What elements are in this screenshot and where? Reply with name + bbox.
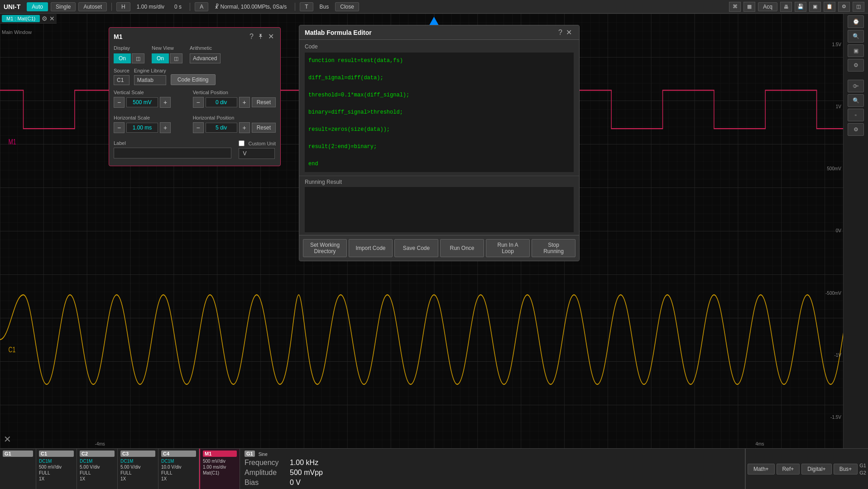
horizontal-position-col: Horizontal Position − 5 div + Reset <box>193 115 276 137</box>
tab-settings-icon[interactable]: ⚙ <box>42 15 48 22</box>
box-select-icon[interactable]: ▫ <box>848 109 864 121</box>
horizontal-pos-reset[interactable]: Reset <box>252 123 276 133</box>
m1-panel-title: M1 <box>114 33 248 40</box>
math-plus-button[interactable]: Math+ <box>748 464 775 475</box>
c1-label[interactable]: C1 <box>39 451 74 457</box>
horizontal-scale-col: Horizontal Scale − 1.00 ms + <box>114 115 186 137</box>
select-tool-icon[interactable]: ▣ <box>848 44 864 57</box>
cross-icon[interactable]: ✕ <box>4 434 11 445</box>
save-icon[interactable]: 💾 <box>795 2 806 12</box>
close-button[interactable]: Close <box>335 2 359 11</box>
engine-select[interactable]: Matlab <box>134 75 166 85</box>
g1-label[interactable]: G1 <box>3 451 33 457</box>
c4-val1: 10.0 V/div <box>161 465 196 470</box>
c2-label[interactable]: C2 <box>80 451 115 457</box>
import-code-button[interactable]: Import Code <box>349 239 393 257</box>
m1-ch-label[interactable]: M1 <box>203 451 237 457</box>
h-scale-pos-row: Horizontal Scale − 1.00 ms + Horizontal … <box>114 115 276 137</box>
ref-icon[interactable]: 📋 <box>824 2 835 12</box>
source-row: Source C1 Engine Library Matlab Code Edi… <box>114 68 276 85</box>
scope-right-toolbar: ⌚ 🔍 ▣ ⚙ ⌱ 🔍 ▫ ⚙ <box>843 14 868 448</box>
scope-settings-icon[interactable]: ⚙ <box>848 59 864 72</box>
set-working-dir-button[interactable]: Set Working Directory <box>303 239 347 257</box>
vertical-pos-plus[interactable]: + <box>239 97 250 108</box>
arithmetic-select[interactable]: Advanced <box>190 53 221 63</box>
zoom-tool-icon[interactable]: 🔍 <box>848 30 864 43</box>
c3-val3: 1X <box>120 476 155 481</box>
digital-plus-button[interactable]: Digital+ <box>801 464 831 475</box>
vertical-position-section: Vertical Position − 0 div + Reset <box>193 90 276 108</box>
new-view-on-button[interactable]: On <box>152 53 169 63</box>
display-on-button[interactable]: On <box>114 53 131 63</box>
horizontal-position-section: Horizontal Position − 5 div + Reset <box>193 115 276 133</box>
c3-label[interactable]: C3 <box>120 451 155 457</box>
m1-close-button[interactable]: ✕ <box>266 32 276 41</box>
acq-button[interactable]: Acq <box>758 2 777 11</box>
scale-position-row: Vertical Scale − 500 mV + Vertical Posit… <box>114 90 276 111</box>
trigger-info-display: ☧ Normal, 100.00MPts, 0Sa/s <box>211 4 290 10</box>
time-labels: -4ms 4ms <box>14 441 845 446</box>
c1-val3: 1X <box>39 476 74 481</box>
separator-1 <box>111 3 112 11</box>
bus-plus-button[interactable]: Bus+ <box>834 464 858 475</box>
g1-info-label[interactable]: G1 <box>245 451 255 457</box>
cursor-icon[interactable]: ⌘ <box>729 2 741 12</box>
zoom-in-icon[interactable]: 🔍 <box>848 94 864 107</box>
ref-plus-button[interactable]: Ref+ <box>777 464 800 475</box>
horizontal-pos-minus[interactable]: − <box>193 122 204 133</box>
channel-c1-cell: C1 DC1M 500 mV/div FULL 1X <box>36 449 77 489</box>
g1-info-header: G1 Sine <box>245 451 323 458</box>
horizontal-scale-plus[interactable]: + <box>160 122 171 133</box>
display-grid-button[interactable]: ◫ <box>132 53 144 63</box>
vertical-pos-minus[interactable]: − <box>193 97 204 108</box>
scope-config-icon[interactable]: ⚙ <box>848 123 864 136</box>
horizontal-pos-plus[interactable]: + <box>239 122 250 133</box>
save-code-button[interactable]: Save Code <box>394 239 438 257</box>
vertical-scale-section: Vertical Scale − 500 mV + <box>114 90 186 108</box>
display-icon[interactable]: ▣ <box>809 2 821 12</box>
m1-help-button[interactable]: ? <box>248 33 255 41</box>
amplitude-key: Amplitude <box>245 469 281 477</box>
g1-info-cell: G1 Sine Frequency 1.00 kHz Amplitude 500… <box>240 449 745 489</box>
c2-coupling: DC1M <box>80 459 115 464</box>
source-group: Source C1 <box>114 68 129 85</box>
matlab-close-button[interactable]: ✕ <box>564 28 574 37</box>
vertical-scale-plus[interactable]: + <box>160 97 171 108</box>
source-select[interactable]: C1 <box>114 75 129 85</box>
new-view-grid-button[interactable]: ◫ <box>170 53 182 63</box>
code-editing-button[interactable]: Code Editing <box>171 74 216 85</box>
bottom-channel-strip: G1 C1 DC1M 500 mV/div FULL 1X C2 DC1M 5.… <box>0 448 868 489</box>
m1-mat-tab[interactable]: M1 : Mat(C1) <box>2 15 40 22</box>
autoset-button[interactable]: Autoset <box>78 2 107 11</box>
m1-panel: M1 ? 🖈 ✕ Display On ◫ New View On ◫ Arit… <box>109 27 281 166</box>
run-once-button[interactable]: Run Once <box>440 239 484 257</box>
custom-unit-checkbox[interactable] <box>239 140 245 146</box>
tab-close-icon[interactable]: ✕ <box>49 15 55 22</box>
g2-side-label: G2 <box>859 470 866 475</box>
c2-val3: 1X <box>80 476 115 481</box>
horizontal-scale-minus[interactable]: − <box>114 122 125 133</box>
code-line-3: diff_signal=diff(data); <box>308 74 570 82</box>
print-icon[interactable]: 🖶 <box>780 2 792 12</box>
settings-icon[interactable]: ⚙ <box>838 2 850 12</box>
m1-pin-button[interactable]: 🖈 <box>255 33 266 41</box>
display-newview-row: Display On ◫ New View On ◫ Arithmetic Ad… <box>114 45 276 63</box>
auto-button[interactable]: Auto <box>27 2 48 11</box>
measure-icon[interactable]: ▦ <box>743 2 755 12</box>
vertical-pos-reset[interactable]: Reset <box>252 97 276 107</box>
label-input[interactable] <box>114 148 231 158</box>
run-in-loop-button[interactable]: Run In A Loop <box>486 239 530 257</box>
frequency-key: Frequency <box>245 459 281 467</box>
stop-running-button[interactable]: Stop Running <box>532 239 575 257</box>
matlab-help-button[interactable]: ? <box>556 29 564 37</box>
code-section: Code function result=test(data,fs) diff_… <box>299 40 579 176</box>
code-editor[interactable]: function result=test(data,fs) diff_signa… <box>305 53 574 172</box>
c3-coupling: DC1M <box>120 459 155 464</box>
vertical-scale-minus[interactable]: − <box>114 97 125 108</box>
cursor-tool-icon[interactable]: ⌚ <box>848 15 864 28</box>
single-button[interactable]: Single <box>51 2 76 11</box>
custom-unit-input[interactable] <box>239 148 275 159</box>
cursor-type-icon[interactable]: ⌱ <box>848 80 864 92</box>
layout-icon[interactable]: ◫ <box>853 2 864 12</box>
c4-label[interactable]: C4 <box>161 451 196 457</box>
